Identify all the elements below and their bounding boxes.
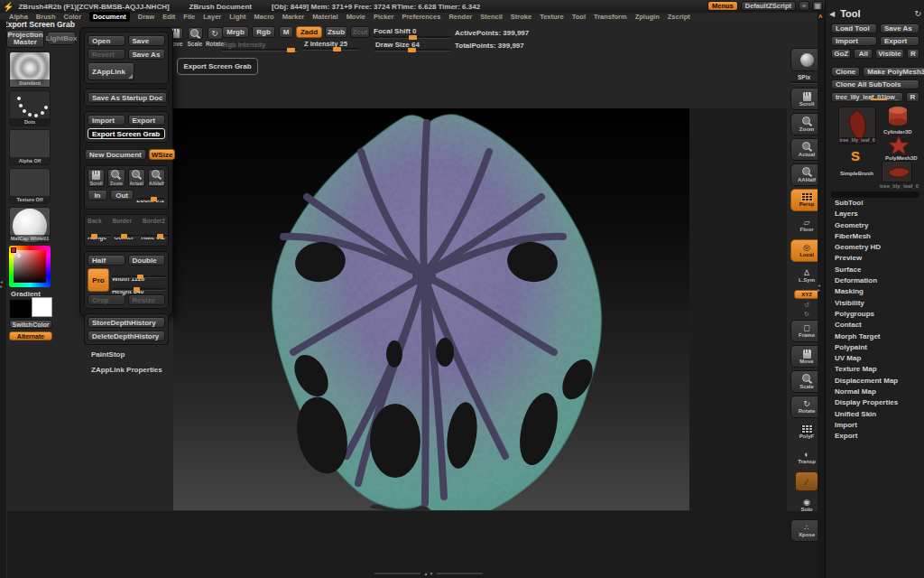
default-zscript-button[interactable]: DefaultZScript bbox=[741, 1, 796, 11]
simplebrush-thumb[interactable]: S bbox=[842, 148, 869, 170]
right-panel-divider[interactable]: A ◂▸ bbox=[818, 13, 825, 578]
secondary-color-swatch[interactable] bbox=[32, 297, 52, 317]
z-intensity-slider[interactable] bbox=[302, 48, 358, 51]
section-subtool[interactable]: SubTool bbox=[835, 199, 921, 210]
y-rotation-icon[interactable]: ↺ bbox=[804, 302, 809, 308]
section-import[interactable]: Import bbox=[835, 421, 921, 432]
section-uv-map[interactable]: UV Map bbox=[835, 354, 921, 365]
doc-zapplink-properties-item[interactable]: ZAppLink Properties bbox=[91, 366, 169, 374]
panel-collapse-icon[interactable]: ◀ bbox=[829, 10, 835, 18]
zsub-button[interactable]: Zsub bbox=[325, 26, 347, 38]
panel-refresh-icon[interactable]: ↻ bbox=[914, 10, 921, 18]
switch-color-button[interactable]: SwitchColor bbox=[9, 320, 52, 329]
section-polygroups[interactable]: Polygroups bbox=[835, 310, 921, 321]
doc-range-slider[interactable]: Range bbox=[88, 227, 106, 243]
document-canvas[interactable] bbox=[173, 108, 689, 510]
section-deformation[interactable]: Deformation bbox=[835, 276, 921, 287]
doc-export-button[interactable]: Export bbox=[128, 115, 166, 126]
right-divider-arrows-icon[interactable]: ◂▸ bbox=[818, 284, 820, 293]
doc-double-button[interactable]: Double bbox=[128, 255, 166, 266]
m-button[interactable]: M bbox=[279, 26, 293, 38]
import-tool-button[interactable]: Import bbox=[831, 36, 877, 46]
scale-tool-button[interactable]: Scale bbox=[186, 27, 204, 47]
doc-zoom-in-button[interactable]: In bbox=[88, 190, 107, 200]
section-morph-target[interactable]: Morph Target bbox=[835, 332, 921, 343]
draw-size-slider[interactable] bbox=[374, 49, 451, 51]
zcut-button[interactable]: Zcut bbox=[350, 26, 370, 38]
rotate-tool-button[interactable]: ↻ Rotate bbox=[206, 27, 224, 47]
doc-scroll-button[interactable]: Scroll bbox=[88, 169, 105, 187]
active-tool-thumb[interactable]: tree_lily_leaf_0 bbox=[838, 107, 876, 144]
cylinder3d-thumb[interactable] bbox=[883, 105, 912, 128]
doc-revert-button[interactable]: Revert bbox=[88, 49, 125, 60]
load-tool-button[interactable]: Load Tool bbox=[831, 23, 877, 33]
section-surface[interactable]: Surface bbox=[835, 266, 921, 276]
doc-border-label[interactable]: Border bbox=[113, 218, 132, 224]
doc-actual-button[interactable]: Actual bbox=[128, 169, 145, 187]
section-layers[interactable]: Layers bbox=[835, 210, 921, 220]
goz-button[interactable]: GoZ bbox=[831, 49, 851, 59]
goz-r-button[interactable]: R bbox=[907, 49, 919, 59]
menus-button[interactable]: Menus bbox=[707, 1, 738, 11]
doc-half-button[interactable]: Half bbox=[88, 255, 125, 266]
rgb-intensity-slider[interactable] bbox=[222, 49, 298, 51]
doc-zapplink-button[interactable]: ZAppLink bbox=[88, 62, 134, 80]
doc-height-slider[interactable]: Height 840 bbox=[112, 281, 165, 297]
doc-export-screen-grab-button[interactable]: Export Screen Grab bbox=[88, 128, 165, 139]
make-polymesh3d-button[interactable]: Make PolyMesh3D bbox=[863, 67, 924, 77]
current-alpha-thumb[interactable]: Alpha Off bbox=[9, 129, 51, 165]
section-polypaint[interactable]: Polypaint bbox=[835, 343, 921, 354]
doc-import-button[interactable]: Import bbox=[88, 115, 125, 126]
save-as-tool-button[interactable]: Save As bbox=[880, 23, 919, 33]
ghost-button[interactable]: ∕ bbox=[795, 471, 818, 491]
doc-save-as-button[interactable]: Save As bbox=[128, 49, 166, 60]
current-material-thumb[interactable]: MatCap White01 bbox=[9, 207, 51, 243]
goz-visible-button[interactable]: Visible bbox=[875, 49, 904, 59]
export-tool-button[interactable]: Export bbox=[880, 36, 919, 46]
section-contact[interactable]: Contact bbox=[835, 321, 921, 331]
alternate-button[interactable]: Alternate bbox=[9, 331, 52, 340]
leaf-tool-thumb[interactable] bbox=[882, 161, 912, 182]
section-masking[interactable]: Masking bbox=[835, 287, 921, 298]
doc-aahalf-button[interactable]: AAHalf bbox=[148, 169, 165, 187]
doc-zoom-out-button[interactable]: Out bbox=[110, 190, 134, 200]
scroll-arrows-icon[interactable]: ▲▼ bbox=[424, 572, 434, 575]
z-rotation-icon[interactable]: ↻ bbox=[804, 311, 809, 317]
section-texture-map[interactable]: Texture Map bbox=[835, 365, 921, 376]
scrollbar-grip-left[interactable] bbox=[374, 573, 420, 574]
mrgb-button[interactable]: Mrgb bbox=[222, 26, 249, 38]
projection-master-button[interactable]: Projection Master bbox=[6, 30, 44, 48]
bottom-scrollbar[interactable]: ▲▼ bbox=[374, 570, 483, 577]
section-display-properties[interactable]: Display Properties bbox=[835, 398, 921, 409]
xyz-rotation-button[interactable]: XYZ bbox=[794, 290, 819, 299]
titlebar-window-icon[interactable]: ▣ bbox=[812, 1, 823, 11]
current-brush-thumb[interactable]: Standard bbox=[9, 51, 51, 88]
section-fibermesh[interactable]: FiberMesh bbox=[835, 232, 921, 243]
doc-back-label[interactable]: Back bbox=[88, 218, 102, 224]
color-picker[interactable] bbox=[9, 246, 51, 287]
clone-all-subtools-button[interactable]: Clone All SubTools bbox=[831, 79, 919, 89]
titlebar-list-icon[interactable]: ≡ bbox=[799, 1, 809, 11]
active-tool-slider[interactable]: tree_lily_leaf_01low_ bbox=[831, 92, 903, 102]
doc-zoom-button[interactable]: Zoom bbox=[107, 169, 125, 187]
doc-open-button[interactable]: Open bbox=[88, 35, 125, 46]
main-color-swatch[interactable] bbox=[9, 299, 32, 319]
doc-store-depth-button[interactable]: StoreDepthHistory bbox=[88, 317, 165, 328]
section-normal-map[interactable]: Normal Map bbox=[835, 387, 921, 398]
scrollbar-grip-right[interactable] bbox=[437, 573, 483, 574]
current-stroke-thumb[interactable]: Dots bbox=[9, 90, 51, 126]
rgb-button[interactable]: Rgb bbox=[252, 26, 275, 38]
active-tool-r-button[interactable]: R bbox=[906, 92, 919, 102]
left-divider-arrows-icon[interactable]: ◂▸ bbox=[0, 280, 3, 289]
lightbox-button[interactable]: LightBox bbox=[47, 32, 76, 45]
section-visibility[interactable]: Visibility bbox=[835, 299, 921, 310]
goz-all-button[interactable]: All bbox=[854, 49, 873, 59]
doc-border2-label[interactable]: Border2 bbox=[143, 218, 165, 224]
section-export[interactable]: Export bbox=[835, 432, 921, 443]
polymesh3d-thumb[interactable] bbox=[887, 135, 910, 155]
section-unified-skin[interactable]: Unified Skin bbox=[835, 410, 921, 421]
doc-zoom-slider[interactable]: Zoom 0.1 bbox=[136, 190, 165, 206]
doc-pro-button[interactable]: Pro bbox=[88, 268, 109, 292]
doc-rate-slider[interactable]: Rate 0.2 bbox=[141, 227, 165, 243]
doc-paintstop-item[interactable]: PaintStop bbox=[91, 350, 169, 359]
